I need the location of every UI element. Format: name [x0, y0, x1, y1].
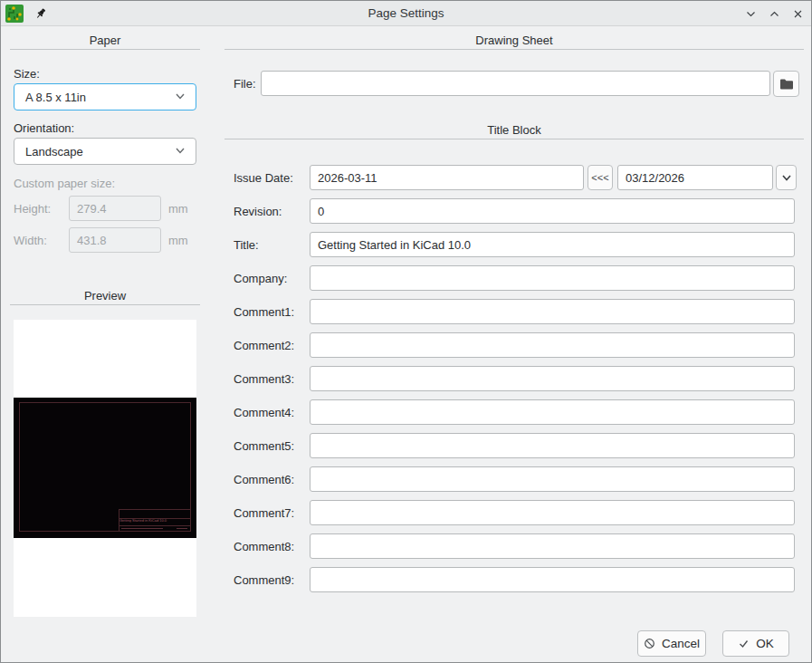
- paper-section-divider: [10, 49, 200, 50]
- folder-icon: [779, 78, 794, 91]
- title-label: Title:: [234, 238, 259, 252]
- copy-date-button[interactable]: <<<: [588, 165, 613, 190]
- issue-date-label: Issue Date:: [234, 171, 293, 185]
- preview-section-divider: [10, 304, 200, 305]
- maximize-button[interactable]: [766, 5, 782, 22]
- preview-title-block: Getting Started in KiCad 10.0: [119, 509, 190, 531]
- date-picker-dropdown-button[interactable]: [776, 165, 797, 190]
- size-label: Size:: [14, 67, 40, 81]
- width-label: Width:: [14, 234, 47, 247]
- comment3-label: Comment3:: [234, 372, 294, 386]
- comment4-label: Comment4:: [234, 406, 294, 419]
- comment5-input[interactable]: [310, 433, 795, 458]
- file-label: File:: [234, 77, 256, 91]
- preview-drawing-frame: Getting Started in KiCad 10.0: [19, 402, 191, 532]
- comment1-input[interactable]: [310, 299, 795, 324]
- comment8-label: Comment8:: [234, 540, 294, 553]
- kicad-pcbnew-icon: [5, 4, 24, 24]
- issue-date-input[interactable]: [310, 165, 584, 190]
- ok-button[interactable]: OK: [722, 630, 789, 657]
- comment9-label: Comment9:: [234, 573, 294, 587]
- cancel-button-label: Cancel: [662, 637, 700, 650]
- orientation-label: Orientation:: [14, 121, 74, 135]
- comment2-input[interactable]: [310, 332, 795, 358]
- title-bar[interactable]: Page Settings: [1, 1, 811, 26]
- size-dropdown-value: A 8.5 x 11in: [25, 91, 174, 104]
- width-input: [69, 227, 161, 253]
- paper-section-title: Paper: [10, 34, 200, 47]
- pin-icon[interactable]: [33, 6, 48, 21]
- close-button[interactable]: [789, 5, 806, 22]
- preview-section-title: Preview: [10, 289, 200, 303]
- ok-button-label: OK: [756, 637, 774, 650]
- comment3-input[interactable]: [310, 366, 795, 391]
- drawing-sheet-section-title: Drawing Sheet: [224, 34, 804, 47]
- page-settings-dialog: Page Settings Paper Size: A 8.5 x 11in O…: [0, 0, 812, 663]
- comment1-label: Comment1:: [234, 305, 294, 319]
- chevron-down-icon: [780, 171, 793, 184]
- title-block-section-divider: [224, 139, 804, 139]
- comment6-label: Comment6:: [234, 473, 294, 486]
- height-label: Height:: [14, 202, 51, 216]
- chevron-down-icon: [174, 144, 186, 159]
- comment4-input[interactable]: [310, 399, 795, 425]
- orientation-dropdown[interactable]: Landscape: [14, 138, 196, 165]
- comment7-label: Comment7:: [234, 506, 294, 520]
- revision-input[interactable]: [310, 198, 795, 224]
- height-input: [69, 196, 161, 221]
- drawing-sheet-section-divider: [224, 49, 804, 50]
- company-input[interactable]: [310, 265, 795, 291]
- check-icon: [738, 638, 750, 649]
- custom-paper-size-label: Custom paper size:: [14, 177, 115, 190]
- comment7-input[interactable]: [310, 500, 795, 525]
- comment5-label: Comment5:: [234, 439, 294, 453]
- company-label: Company:: [234, 272, 287, 285]
- window-title: Page Settings: [1, 6, 811, 20]
- preview-sheet: Getting Started in KiCad 10.0: [14, 398, 196, 538]
- browse-file-button[interactable]: [773, 71, 799, 97]
- comment6-input[interactable]: [310, 466, 795, 492]
- page-preview: Getting Started in KiCad 10.0: [14, 320, 196, 617]
- comment8-input[interactable]: [310, 533, 795, 559]
- comment2-label: Comment2:: [234, 339, 294, 352]
- chevron-down-icon: [174, 90, 186, 105]
- title-block-section-title: Title Block: [224, 123, 804, 137]
- size-dropdown[interactable]: A 8.5 x 11in: [14, 83, 196, 110]
- height-unit-label: mm: [168, 202, 188, 216]
- date-picker-input[interactable]: [617, 165, 773, 190]
- cancel-button[interactable]: Cancel: [637, 630, 706, 657]
- minimize-button[interactable]: [742, 5, 759, 22]
- cancel-icon: [644, 638, 655, 649]
- revision-label: Revision:: [234, 205, 282, 218]
- preview-sheet-title: Getting Started in KiCad 10.0: [119, 519, 190, 523]
- orientation-dropdown-value: Landscape: [25, 145, 174, 159]
- comment9-input[interactable]: [310, 567, 795, 592]
- width-unit-label: mm: [168, 234, 188, 247]
- file-input[interactable]: [261, 71, 770, 96]
- title-input[interactable]: [310, 232, 795, 257]
